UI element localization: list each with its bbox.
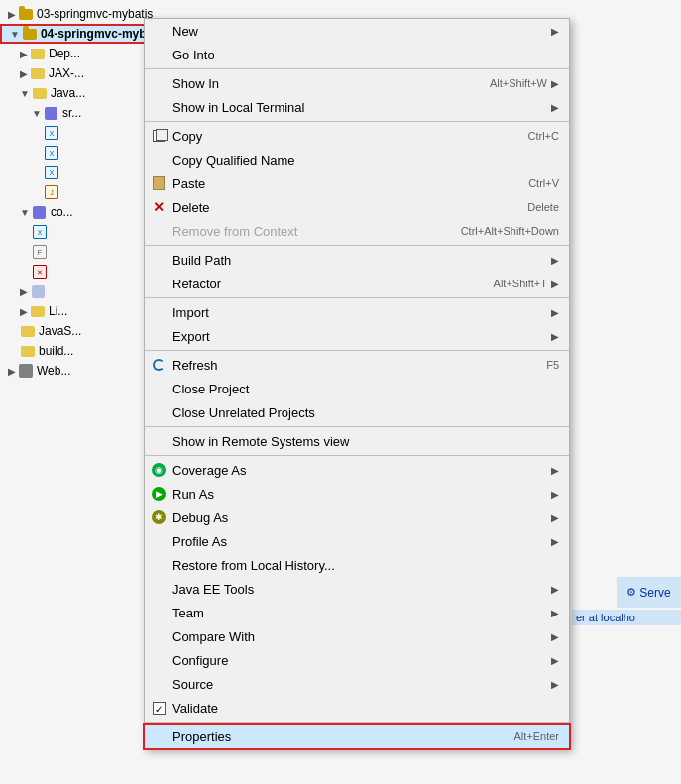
- context-menu: New ▶ Go Into Show In Alt+Shift+W ▶ Show…: [144, 18, 570, 749]
- source-label: Source: [172, 677, 213, 692]
- tree-item-dep[interactable]: ▶ Dep...: [0, 44, 154, 63]
- coverage-as-arrow: ▶: [551, 465, 559, 476]
- refactor-arrow: ▶: [551, 279, 559, 289]
- tree-item-java[interactable]: ▼ Java...: [0, 83, 154, 103]
- refresh-circle-icon: [153, 359, 165, 371]
- menu-item-validate[interactable]: ✓ Validate: [145, 696, 569, 720]
- tree-item-li[interactable]: ▶: [0, 281, 154, 301]
- tree-item-sub1[interactable]: X: [0, 123, 154, 143]
- close-unrelated-label: Close Unrelated Projects: [172, 405, 315, 420]
- properties-label: Properties: [172, 729, 231, 744]
- run-as-arrow: ▶: [551, 489, 559, 500]
- separator-8: [145, 722, 569, 723]
- tree-item-build[interactable]: JavaS...: [0, 321, 154, 341]
- debug-circle-icon: ✱: [152, 510, 166, 524]
- restore-history-label: Restore from Local History...: [172, 558, 335, 573]
- menu-item-build-path[interactable]: Build Path ▶: [145, 248, 569, 272]
- tree-item-servers[interactable]: ▶ Web...: [0, 361, 154, 381]
- delete-shortcut: Delete: [527, 201, 559, 213]
- sr-label: sr...: [62, 106, 81, 120]
- menu-item-close-project[interactable]: Close Project: [145, 377, 569, 400]
- tree-item-co-sub3[interactable]: ✕: [0, 262, 154, 281]
- refactor-label: Refactor: [172, 277, 221, 291]
- menu-item-team[interactable]: Team ▶: [145, 601, 569, 624]
- tree-item-javas[interactable]: ▶ Li...: [0, 301, 154, 321]
- menu-item-go-into[interactable]: Go Into: [145, 43, 569, 66]
- tree-item-co[interactable]: ▼ co...: [0, 202, 154, 222]
- menu-item-close-unrelated[interactable]: Close Unrelated Projects: [145, 400, 569, 424]
- menu-item-coverage-as[interactable]: ◉ Coverage As ▶: [145, 458, 569, 482]
- delete-icon-area: ✕: [149, 197, 169, 217]
- lib-icon: [30, 283, 46, 299]
- configure-label: Configure: [172, 653, 228, 668]
- refresh-label: Refresh: [172, 358, 218, 373]
- arrow-dep: ▶: [20, 49, 28, 59]
- validate-label: Validate: [172, 701, 218, 716]
- copy-qualified-label: Copy Qualified Name: [172, 153, 295, 168]
- folder-icon-web: [20, 343, 36, 359]
- xml-icon-co3: ✕: [32, 264, 48, 280]
- tree-item-co-sub2[interactable]: F: [0, 242, 154, 262]
- menu-item-delete[interactable]: ✕ Delete Delete: [145, 195, 569, 219]
- jax-label: JAX-...: [49, 66, 84, 80]
- menu-item-show-in[interactable]: Show In Alt+Shift+W ▶: [145, 71, 569, 95]
- servers-label: Web...: [37, 364, 70, 378]
- validate-checkbox-icon: ✓: [153, 702, 166, 715]
- menu-item-profile-as[interactable]: Profile As ▶: [145, 529, 569, 553]
- tree-item-sub2[interactable]: X: [0, 143, 154, 163]
- team-arrow: ▶: [551, 608, 559, 618]
- coverage-as-label: Coverage As: [172, 463, 246, 478]
- menu-item-show-local[interactable]: Show in Local Terminal ▶: [145, 95, 569, 119]
- coverage-dot-icon: ◉: [152, 463, 166, 477]
- menu-item-import[interactable]: Import ▶: [145, 300, 569, 324]
- server-icon: [18, 363, 34, 379]
- tree-item-prev-project[interactable]: ▶ 03-springmvc-mybatis: [0, 4, 154, 24]
- menu-item-debug-as[interactable]: ✱ Debug As ▶: [145, 505, 569, 529]
- show-in-arrow: ▶: [551, 78, 559, 89]
- tree-item-sub4[interactable]: J: [0, 182, 154, 202]
- configure-arrow: ▶: [551, 655, 559, 666]
- debug-icon-area: ✱: [149, 507, 169, 527]
- tree-item-sr[interactable]: ▼ sr...: [0, 103, 154, 123]
- pkg-icon-co: [32, 204, 48, 220]
- menu-item-refresh[interactable]: Refresh F5: [145, 353, 569, 377]
- xml-icon-1: X: [44, 125, 59, 141]
- tree-item-co-sub1[interactable]: X: [0, 222, 154, 242]
- menu-item-compare-with[interactable]: Compare With ▶: [145, 624, 569, 648]
- web-label: build...: [39, 344, 73, 358]
- dep-label: Dep...: [49, 47, 80, 60]
- project-icon: [18, 6, 34, 22]
- folder-icon-dep: [30, 46, 46, 61]
- properties-shortcut: Alt+Enter: [513, 730, 559, 742]
- collapse-arrow: ▶: [8, 9, 16, 20]
- show-local-arrow: ▶: [551, 102, 559, 113]
- menu-item-export[interactable]: Export ▶: [145, 324, 569, 348]
- menu-item-copy-qualified[interactable]: Copy Qualified Name: [145, 148, 569, 171]
- export-label: Export: [172, 329, 210, 344]
- menu-item-new[interactable]: New ▶: [145, 19, 569, 43]
- java-ee-tools-arrow: ▶: [551, 584, 559, 595]
- menu-item-show-remote[interactable]: Show in Remote Systems view: [145, 429, 569, 453]
- menu-item-source[interactable]: Source ▶: [145, 672, 569, 696]
- tree-item-jax[interactable]: ▶ JAX-...: [0, 63, 154, 83]
- tree-item-sub3[interactable]: X: [0, 163, 154, 182]
- refresh-shortcut: F5: [546, 359, 559, 371]
- build-label: JavaS...: [39, 324, 81, 338]
- folder-icon-java: [32, 85, 48, 101]
- menu-item-properties[interactable]: Properties Alt+Enter: [145, 725, 569, 748]
- menu-item-copy[interactable]: Copy Ctrl+C: [145, 124, 569, 148]
- menu-item-remove-context[interactable]: Remove from Context Ctrl+Alt+Shift+Down: [145, 219, 569, 243]
- menu-item-refactor[interactable]: Refactor Alt+Shift+T ▶: [145, 272, 569, 295]
- menu-item-restore-history[interactable]: Restore from Local History...: [145, 553, 569, 577]
- menu-item-paste[interactable]: Paste Ctrl+V: [145, 171, 569, 195]
- tree-item-main-project[interactable]: ▼ 04-springmvc-mybatis: [0, 24, 154, 44]
- separator-1: [145, 68, 569, 69]
- arrow-java: ▼: [20, 88, 30, 99]
- menu-item-java-ee-tools[interactable]: Java EE Tools ▶: [145, 577, 569, 601]
- build-path-arrow: ▶: [551, 255, 559, 266]
- tree-item-web[interactable]: build...: [0, 341, 154, 361]
- menu-item-run-as[interactable]: ▶ Run As ▶: [145, 482, 569, 505]
- new-label: New: [172, 24, 198, 39]
- menu-item-configure[interactable]: Configure ▶: [145, 648, 569, 672]
- tree-panel: ▶ 03-springmvc-mybatis ▼ 04-springmvc-my…: [0, 0, 154, 784]
